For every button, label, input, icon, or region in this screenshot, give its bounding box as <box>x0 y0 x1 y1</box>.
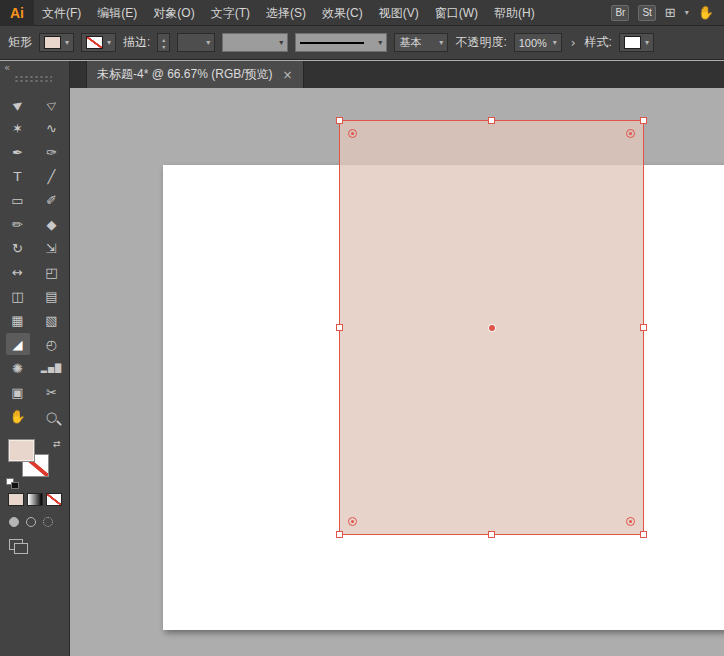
expand-panel-icon[interactable]: › <box>569 36 578 50</box>
hand-tool[interactable]: ✋ <box>6 405 30 427</box>
tools-panel: ▶ ▷ ✶ ∿ ✒ ✑ T ╱ ▭ ✐ ✏ ◆ ↻ ⇲ ↔ ◰ ◫ ▤ ▦ ▧ … <box>0 88 70 656</box>
rotate-tool[interactable]: ↻ <box>6 237 30 259</box>
tools-panel-header: « <box>0 61 70 88</box>
zoom-tool[interactable]: ○ <box>40 405 64 427</box>
draw-normal-icon[interactable] <box>9 517 19 527</box>
symbol-sprayer-tool[interactable]: ✺ <box>6 357 30 379</box>
shape-builder-tool[interactable]: ◫ <box>6 285 30 307</box>
style-label: 样式: <box>585 34 612 51</box>
handle-middle-left[interactable] <box>336 324 343 331</box>
menu-select[interactable]: 选择(S) <box>258 0 314 26</box>
stock-button[interactable]: St <box>638 5 655 21</box>
handle-top-left[interactable] <box>336 117 343 124</box>
line-segment-tool[interactable]: ╱ <box>40 165 64 187</box>
gradient-tool[interactable]: ▧ <box>40 309 64 331</box>
stroke-color-swatch <box>86 36 103 49</box>
caret-down-icon: ▾ <box>439 39 443 47</box>
handle-bottom-middle[interactable] <box>488 531 495 538</box>
blend-tool[interactable]: ◴ <box>40 333 64 355</box>
brush-name-combo[interactable]: 基本 ▾ <box>394 33 448 52</box>
selected-rectangle[interactable] <box>339 120 644 535</box>
direct-selection-tool[interactable]: ▷ <box>35 88 67 120</box>
document-tab[interactable]: 未标题-4* @ 66.67% (RGB/预览) × <box>86 61 304 88</box>
tab-close-icon[interactable]: × <box>283 68 293 82</box>
live-corner-widget-top-right[interactable] <box>626 129 635 138</box>
pen-tool[interactable]: ✒ <box>6 141 30 163</box>
live-corner-widget-top-left[interactable] <box>348 129 357 138</box>
perspective-grid-tool[interactable]: ▤ <box>40 285 64 307</box>
draw-inside-icon[interactable] <box>43 517 53 527</box>
scale-tool[interactable]: ⇲ <box>40 237 64 259</box>
draw-mode-buttons <box>0 506 69 527</box>
type-tool[interactable]: T <box>6 165 30 187</box>
menu-window[interactable]: 窗口(W) <box>427 0 486 26</box>
eraser-tool[interactable]: ◆ <box>40 213 64 235</box>
center-anchor-point[interactable] <box>489 325 495 331</box>
live-corner-widget-bottom-left[interactable] <box>348 517 357 526</box>
stroke-weight-stepper[interactable]: ▴ ▾ <box>157 33 170 52</box>
paint-mode-buttons <box>0 489 69 506</box>
handle-bottom-right[interactable] <box>640 531 647 538</box>
collapse-panel-icon[interactable]: « <box>4 62 10 73</box>
paintbrush-tool[interactable]: ✐ <box>40 189 64 211</box>
arrange-documents-icon[interactable]: ⊞ <box>665 5 676 20</box>
handle-bottom-left[interactable] <box>336 531 343 538</box>
selection-tool[interactable]: ▶ <box>1 88 33 120</box>
brush-name: 基本 <box>399 35 421 50</box>
screen-mode-front-rect <box>14 543 28 554</box>
draw-behind-icon[interactable] <box>26 517 36 527</box>
caret-down-icon: ▾ <box>65 39 69 47</box>
opacity-combo[interactable]: 100% ▾ <box>514 33 562 52</box>
touch-workspace-icon[interactable]: ✋ <box>698 5 714 20</box>
menu-edit[interactable]: 编辑(E) <box>89 0 145 26</box>
slice-tool[interactable]: ✂ <box>40 381 64 403</box>
opacity-value: 100% <box>519 37 547 49</box>
swap-fill-stroke-icon[interactable]: ⇄ <box>53 439 61 449</box>
rectangle-tool[interactable]: ▭ <box>6 189 30 211</box>
mesh-tool[interactable]: ▦ <box>6 309 30 331</box>
column-graph-tool[interactable]: ▂▅█ <box>40 357 64 379</box>
menu-effect[interactable]: 效果(C) <box>314 0 371 26</box>
tab-bar: 未标题-4* @ 66.67% (RGB/预览) × <box>70 61 724 88</box>
screen-mode-icon[interactable] <box>9 539 29 555</box>
default-stroke-chip <box>11 482 19 489</box>
menu-file[interactable]: 文件(F) <box>34 0 89 26</box>
free-transform-tool[interactable]: ◰ <box>40 261 64 283</box>
style-combo[interactable]: ▾ <box>619 33 654 52</box>
menu-object[interactable]: 对象(O) <box>145 0 202 26</box>
color-button[interactable] <box>8 493 24 506</box>
fill-color-swatch <box>44 36 61 49</box>
fill-color-combo[interactable]: ▾ <box>39 33 74 52</box>
curvature-tool[interactable]: ✑ <box>40 141 64 163</box>
brush-stroke-preview <box>300 42 364 44</box>
width-profile-combo[interactable]: ▾ <box>222 33 288 52</box>
handle-top-right[interactable] <box>640 117 647 124</box>
menu-help[interactable]: 帮助(H) <box>486 0 543 26</box>
width-tool[interactable]: ↔ <box>6 261 30 283</box>
bridge-button[interactable]: Br <box>611 5 629 21</box>
fill-swatch[interactable] <box>8 439 35 462</box>
handle-middle-right[interactable] <box>640 324 647 331</box>
default-fill-stroke-icon[interactable] <box>6 478 19 489</box>
stroke-color-combo[interactable]: ▾ <box>81 33 116 52</box>
handle-top-middle[interactable] <box>488 117 495 124</box>
stroke-weight-combo[interactable]: ▾ <box>177 33 215 52</box>
spinner-down-icon[interactable]: ▾ <box>162 43 165 50</box>
menu-type[interactable]: 文字(T) <box>203 0 258 26</box>
pencil-tool[interactable]: ✏ <box>6 213 30 235</box>
eyedropper-tool[interactable]: ◢ <box>6 333 30 355</box>
illustrator-window: Ai 文件(F) 编辑(E) 对象(O) 文字(T) 选择(S) 效果(C) 视… <box>0 0 724 656</box>
canvas-area[interactable] <box>70 88 724 656</box>
menu-view[interactable]: 视图(V) <box>371 0 427 26</box>
lasso-tool[interactable]: ∿ <box>40 117 64 139</box>
panel-grip[interactable] <box>14 75 52 83</box>
gradient-button[interactable] <box>27 493 43 506</box>
none-button[interactable] <box>46 493 62 506</box>
live-corner-widget-bottom-right[interactable] <box>626 517 635 526</box>
caret-down-icon: ▾ <box>685 9 689 17</box>
magic-wand-tool[interactable]: ✶ <box>6 117 30 139</box>
spinner-up-icon[interactable]: ▴ <box>162 36 165 43</box>
brush-definition-combo[interactable]: ▾ <box>295 33 387 52</box>
stroke-weight-label: 描边: <box>123 34 150 51</box>
artboard-tool[interactable]: ▣ <box>6 381 30 403</box>
